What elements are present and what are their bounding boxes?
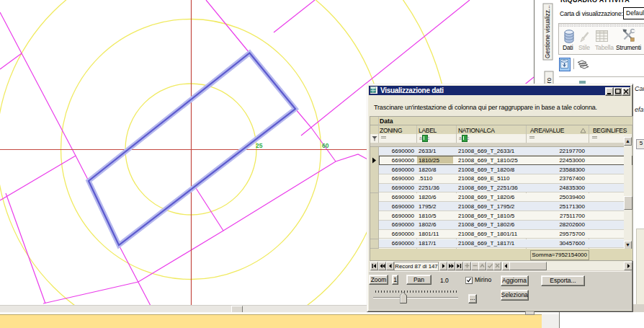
svg-text:60: 60 [322,142,329,149]
svg-text:Gestione visualizz...: Gestione visualizz... [544,5,551,58]
svg-text:25: 25 [256,142,263,149]
